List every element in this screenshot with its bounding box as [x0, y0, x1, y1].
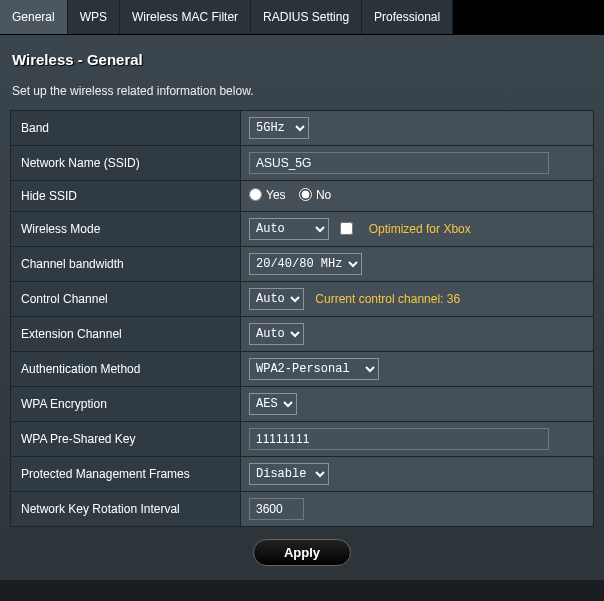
- tab-mac-filter[interactable]: Wireless MAC Filter: [120, 0, 251, 34]
- key-rotation-label: Network Key Rotation Interval: [11, 492, 241, 527]
- ctrl-channel-hint: Current control channel: 36: [315, 292, 460, 306]
- tab-general[interactable]: General: [0, 0, 68, 34]
- wpa-enc-label: WPA Encryption: [11, 387, 241, 422]
- auth-method-select[interactable]: WPA2-Personal: [249, 358, 379, 380]
- wireless-mode-label: Wireless Mode: [11, 212, 241, 247]
- ssid-label: Network Name (SSID): [11, 146, 241, 181]
- tab-radius[interactable]: RADIUS Setting: [251, 0, 362, 34]
- pmf-label: Protected Management Frames: [11, 457, 241, 492]
- settings-table: Band 5GHz Network Name (SSID) Hide SSID …: [10, 110, 594, 527]
- band-label: Band: [11, 111, 241, 146]
- page-title: Wireless - General: [10, 47, 594, 76]
- xbox-checkbox[interactable]: [340, 222, 353, 235]
- wireless-mode-select[interactable]: Auto: [249, 218, 329, 240]
- channel-bw-label: Channel bandwidth: [11, 247, 241, 282]
- ssid-input[interactable]: [249, 152, 549, 174]
- hide-ssid-no-label: No: [316, 188, 331, 202]
- page-subtitle: Set up the wireless related information …: [10, 76, 594, 110]
- hide-ssid-no-radio[interactable]: [299, 188, 312, 201]
- xbox-hint: Optimized for Xbox: [369, 222, 471, 236]
- tab-professional[interactable]: Professional: [362, 0, 453, 34]
- tab-wps[interactable]: WPS: [68, 0, 120, 34]
- wpa-psk-input[interactable]: [249, 428, 549, 450]
- ext-channel-select[interactable]: Auto: [249, 323, 304, 345]
- tab-bar: General WPS Wireless MAC Filter RADIUS S…: [0, 0, 604, 35]
- channel-bw-select[interactable]: 20/40/80 MHz: [249, 253, 362, 275]
- auth-method-label: Authentication Method: [11, 352, 241, 387]
- hide-ssid-yes-label: Yes: [266, 188, 286, 202]
- wpa-enc-select[interactable]: AES: [249, 393, 297, 415]
- hide-ssid-label: Hide SSID: [11, 181, 241, 212]
- ctrl-channel-select[interactable]: Auto: [249, 288, 304, 310]
- pmf-select[interactable]: Disable: [249, 463, 329, 485]
- hide-ssid-yes-radio[interactable]: [249, 188, 262, 201]
- hide-ssid-no-wrap[interactable]: No: [299, 188, 331, 202]
- apply-button[interactable]: Apply: [253, 539, 351, 566]
- band-select[interactable]: 5GHz: [249, 117, 309, 139]
- key-rotation-input[interactable]: [249, 498, 304, 520]
- wpa-psk-label: WPA Pre-Shared Key: [11, 422, 241, 457]
- hide-ssid-yes-wrap[interactable]: Yes: [249, 188, 286, 202]
- ext-channel-label: Extension Channel: [11, 317, 241, 352]
- apply-wrap: Apply: [10, 527, 594, 572]
- main-panel: Wireless - General Set up the wireless r…: [0, 35, 604, 580]
- ctrl-channel-label: Control Channel: [11, 282, 241, 317]
